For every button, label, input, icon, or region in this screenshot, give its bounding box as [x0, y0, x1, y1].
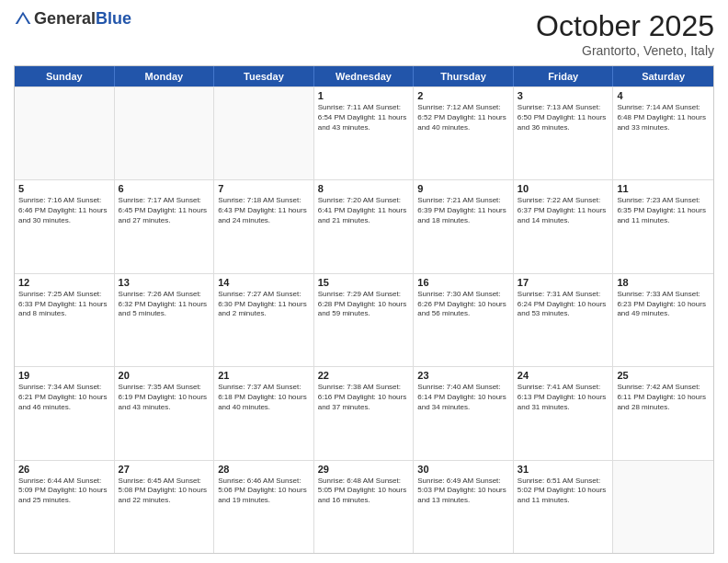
day-info: Sunrise: 7:11 AM Sunset: 6:54 PM Dayligh…: [318, 103, 410, 132]
day-number: 17: [518, 277, 609, 288]
calendar-cell: 2Sunrise: 7:12 AM Sunset: 6:52 PM Daylig…: [414, 87, 514, 179]
calendar-cell: 18Sunrise: 7:33 AM Sunset: 6:23 PM Dayli…: [613, 274, 713, 366]
day-info: Sunrise: 7:33 AM Sunset: 6:23 PM Dayligh…: [617, 290, 710, 319]
calendar-cell: 31Sunrise: 6:51 AM Sunset: 5:02 PM Dayli…: [514, 461, 614, 553]
calendar-week-row: 12Sunrise: 7:25 AM Sunset: 6:33 PM Dayli…: [15, 273, 713, 366]
day-number: 15: [318, 277, 410, 288]
day-number: 2: [417, 90, 509, 101]
calendar-header-cell: Friday: [514, 66, 614, 86]
day-number: 22: [318, 370, 410, 381]
day-number: 19: [18, 370, 110, 381]
calendar-cell: 27Sunrise: 6:45 AM Sunset: 5:08 PM Dayli…: [115, 461, 215, 553]
day-number: 12: [18, 277, 110, 288]
day-number: 7: [218, 183, 310, 194]
calendar-title: October 2025: [536, 9, 714, 43]
day-number: 25: [617, 370, 710, 381]
day-info: Sunrise: 6:46 AM Sunset: 5:06 PM Dayligh…: [218, 477, 310, 506]
calendar-subtitle: Grantorto, Veneto, Italy: [536, 43, 714, 58]
logo-icon: [14, 10, 32, 29]
day-info: Sunrise: 7:21 AM Sunset: 6:39 PM Dayligh…: [417, 196, 509, 225]
calendar-cell: 1Sunrise: 7:11 AM Sunset: 6:54 PM Daylig…: [314, 87, 415, 179]
day-info: Sunrise: 7:41 AM Sunset: 6:13 PM Dayligh…: [518, 383, 609, 412]
calendar-body: 1Sunrise: 7:11 AM Sunset: 6:54 PM Daylig…: [15, 86, 713, 553]
day-info: Sunrise: 7:14 AM Sunset: 6:48 PM Dayligh…: [617, 103, 710, 132]
day-info: Sunrise: 7:12 AM Sunset: 6:52 PM Dayligh…: [417, 103, 509, 132]
logo-blue-text: Blue: [96, 9, 131, 29]
day-info: Sunrise: 7:16 AM Sunset: 6:46 PM Dayligh…: [18, 196, 110, 225]
calendar-cell: [115, 87, 215, 179]
day-number: 16: [417, 277, 509, 288]
day-info: Sunrise: 6:48 AM Sunset: 5:05 PM Dayligh…: [318, 477, 410, 506]
day-info: Sunrise: 7:26 AM Sunset: 6:32 PM Dayligh…: [119, 290, 210, 319]
calendar-cell: 12Sunrise: 7:25 AM Sunset: 6:33 PM Dayli…: [15, 274, 115, 366]
calendar-cell: 11Sunrise: 7:23 AM Sunset: 6:35 PM Dayli…: [613, 180, 713, 272]
day-number: 6: [119, 183, 210, 194]
calendar-cell: 25Sunrise: 7:42 AM Sunset: 6:11 PM Dayli…: [613, 367, 713, 459]
day-info: Sunrise: 7:17 AM Sunset: 6:45 PM Dayligh…: [119, 196, 210, 225]
day-number: 24: [518, 370, 609, 381]
day-number: 9: [417, 183, 509, 194]
day-info: Sunrise: 6:49 AM Sunset: 5:03 PM Dayligh…: [417, 477, 509, 506]
day-number: 26: [18, 464, 110, 475]
day-number: 14: [218, 277, 310, 288]
calendar-cell: 26Sunrise: 6:44 AM Sunset: 5:09 PM Dayli…: [15, 461, 115, 553]
calendar-cell: 6Sunrise: 7:17 AM Sunset: 6:45 PM Daylig…: [115, 180, 215, 272]
day-number: 23: [417, 370, 509, 381]
logo: GeneralBlue: [14, 9, 131, 29]
calendar-header-cell: Sunday: [15, 66, 115, 86]
day-info: Sunrise: 7:37 AM Sunset: 6:18 PM Dayligh…: [218, 383, 310, 412]
calendar-header-cell: Saturday: [613, 66, 713, 86]
day-info: Sunrise: 7:25 AM Sunset: 6:33 PM Dayligh…: [18, 290, 110, 319]
calendar-cell: 22Sunrise: 7:38 AM Sunset: 6:16 PM Dayli…: [314, 367, 415, 459]
day-info: Sunrise: 7:35 AM Sunset: 6:19 PM Dayligh…: [119, 383, 210, 412]
day-number: 29: [318, 464, 410, 475]
day-number: 4: [617, 90, 710, 101]
day-number: 31: [518, 464, 609, 475]
calendar-cell: 29Sunrise: 6:48 AM Sunset: 5:05 PM Dayli…: [314, 461, 415, 553]
calendar-header-row: SundayMondayTuesdayWednesdayThursdayFrid…: [15, 66, 713, 86]
calendar: SundayMondayTuesdayWednesdayThursdayFrid…: [14, 65, 714, 554]
day-number: 20: [119, 370, 210, 381]
calendar-cell: 9Sunrise: 7:21 AM Sunset: 6:39 PM Daylig…: [414, 180, 514, 272]
calendar-cell: 14Sunrise: 7:27 AM Sunset: 6:30 PM Dayli…: [214, 274, 314, 366]
calendar-cell: 24Sunrise: 7:41 AM Sunset: 6:13 PM Dayli…: [514, 367, 614, 459]
day-info: Sunrise: 7:40 AM Sunset: 6:14 PM Dayligh…: [417, 383, 509, 412]
day-number: 3: [518, 90, 609, 101]
day-info: Sunrise: 7:27 AM Sunset: 6:30 PM Dayligh…: [218, 290, 310, 319]
page: GeneralBlue October 2025 Grantorto, Vene…: [0, 0, 728, 563]
day-number: 18: [617, 277, 710, 288]
calendar-cell: 5Sunrise: 7:16 AM Sunset: 6:46 PM Daylig…: [15, 180, 115, 272]
day-info: Sunrise: 7:22 AM Sunset: 6:37 PM Dayligh…: [518, 196, 609, 225]
header: GeneralBlue October 2025 Grantorto, Vene…: [14, 9, 714, 58]
calendar-cell: 21Sunrise: 7:37 AM Sunset: 6:18 PM Dayli…: [214, 367, 314, 459]
calendar-cell: 19Sunrise: 7:34 AM Sunset: 6:21 PM Dayli…: [15, 367, 115, 459]
calendar-week-row: 19Sunrise: 7:34 AM Sunset: 6:21 PM Dayli…: [15, 366, 713, 459]
day-number: 10: [518, 183, 609, 194]
calendar-cell: 4Sunrise: 7:14 AM Sunset: 6:48 PM Daylig…: [613, 87, 713, 179]
day-number: 30: [417, 464, 509, 475]
logo-general-text: General: [34, 9, 96, 29]
calendar-header-cell: Wednesday: [314, 66, 415, 86]
day-info: Sunrise: 7:13 AM Sunset: 6:50 PM Dayligh…: [518, 103, 609, 132]
calendar-cell: 23Sunrise: 7:40 AM Sunset: 6:14 PM Dayli…: [414, 367, 514, 459]
day-info: Sunrise: 7:34 AM Sunset: 6:21 PM Dayligh…: [18, 383, 110, 412]
calendar-cell: 8Sunrise: 7:20 AM Sunset: 6:41 PM Daylig…: [314, 180, 415, 272]
day-info: Sunrise: 7:20 AM Sunset: 6:41 PM Dayligh…: [318, 196, 410, 225]
calendar-header-cell: Thursday: [414, 66, 514, 86]
calendar-header-cell: Monday: [115, 66, 215, 86]
day-number: 8: [318, 183, 410, 194]
calendar-week-row: 5Sunrise: 7:16 AM Sunset: 6:46 PM Daylig…: [15, 179, 713, 272]
day-number: 1: [318, 90, 410, 101]
calendar-week-row: 1Sunrise: 7:11 AM Sunset: 6:54 PM Daylig…: [15, 86, 713, 179]
title-area: October 2025 Grantorto, Veneto, Italy: [536, 9, 714, 58]
day-info: Sunrise: 6:45 AM Sunset: 5:08 PM Dayligh…: [119, 477, 210, 506]
calendar-cell: 13Sunrise: 7:26 AM Sunset: 6:32 PM Dayli…: [115, 274, 215, 366]
day-number: 27: [119, 464, 210, 475]
day-info: Sunrise: 7:30 AM Sunset: 6:26 PM Dayligh…: [417, 290, 509, 319]
calendar-week-row: 26Sunrise: 6:44 AM Sunset: 5:09 PM Dayli…: [15, 460, 713, 553]
day-info: Sunrise: 7:18 AM Sunset: 6:43 PM Dayligh…: [218, 196, 310, 225]
calendar-cell: [214, 87, 314, 179]
calendar-cell: 10Sunrise: 7:22 AM Sunset: 6:37 PM Dayli…: [514, 180, 614, 272]
day-info: Sunrise: 7:38 AM Sunset: 6:16 PM Dayligh…: [318, 383, 410, 412]
calendar-cell: 30Sunrise: 6:49 AM Sunset: 5:03 PM Dayli…: [414, 461, 514, 553]
